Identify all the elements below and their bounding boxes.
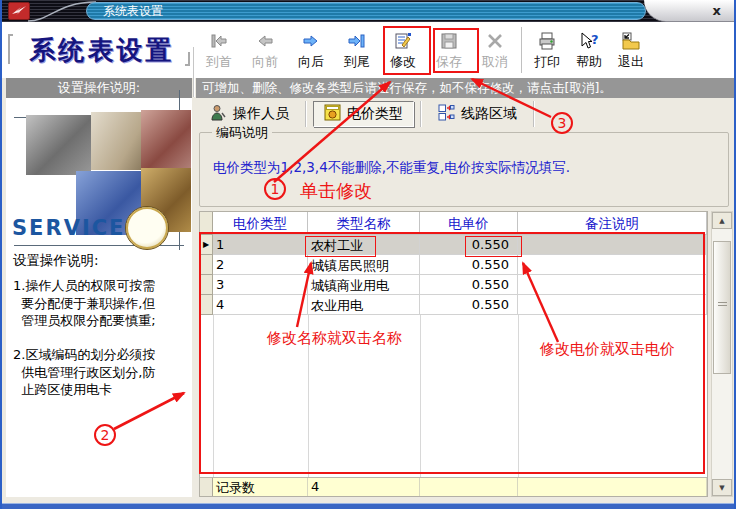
footer-record-label: 记录数 [213,478,308,496]
footer-empty-cell [420,478,518,496]
footer-empty-cell [518,478,707,496]
scroll-down-button[interactable]: ▼ [712,479,732,496]
cancel-label: 取消 [482,55,508,69]
print-button[interactable]: 打印 [526,23,568,77]
photo-watch [125,206,169,250]
footer-selector-cell [200,478,213,496]
title-decoration-left [8,34,13,64]
info-bar: 可增加、删除、修改各类型后请进行保存，如不保存修改，请点击[取消]。 [196,78,736,98]
first-icon [209,31,229,54]
line-area-icon [438,104,455,124]
last-icon [347,31,367,54]
prev-icon [255,31,275,54]
groupbox-text: 电价类型为1,2,3,4不能删除,不能重复,电价按实际情况填写. [213,159,570,177]
title-decoration-right [185,52,190,66]
last-button[interactable]: 到尾 [334,23,380,77]
svg-text:?: ? [591,32,599,47]
first-button[interactable]: 到首 [196,23,242,77]
titlebar-pill: 系统表设置 [86,2,646,20]
exit-icon [621,31,641,54]
scroll-up-button[interactable]: ▲ [712,212,732,229]
sidebar-notes-title: 设置操作说明: [13,252,99,270]
step-2-badge: 2 [94,424,116,446]
tab-separator [533,101,535,127]
sidebar-photo-collage: SERVICE [6,98,192,250]
help-icon: ? [579,31,599,54]
print-label: 打印 [534,55,560,69]
highlight-box-price-cell [465,236,522,257]
window-bottom-border [2,503,734,509]
app-logo-icon [8,2,30,20]
first-label: 到首 [206,55,232,69]
exit-button[interactable]: 退出 [610,23,652,77]
last-label: 到尾 [344,55,370,69]
table-scrollbar[interactable]: ▲ ▼ [711,211,733,497]
groupbox-legend: 编码说明 [212,124,272,142]
tab-operators-label: 操作人员 [233,105,289,123]
app-window: 系统表设置 x 系统表设置 到首 向前 向后 到尾 修改 [0,0,736,509]
tab-price-type[interactable]: 电价类型 [313,101,414,127]
highlight-box-name-cell [305,236,376,257]
tab-separator [420,101,422,127]
table-footer-row: 记录数 4 [200,477,707,496]
operator-icon [210,104,227,124]
next-label: 向后 [298,55,324,69]
step-3-badge: 3 [551,112,573,134]
photo-tools [26,115,91,175]
service-label: SERVICE [12,216,125,240]
titlebar: 系统表设置 x [2,0,734,22]
prev-label: 向前 [252,55,278,69]
help-label: 帮助 [576,55,602,69]
tab-line-area[interactable]: 线路区域 [428,101,527,127]
scroll-thumb-grip [718,302,727,308]
highlight-box-save [433,28,479,73]
tab-line-area-label: 线路区域 [461,105,517,123]
next-button[interactable]: 向后 [288,23,334,77]
price-type-icon [324,104,341,124]
print-icon [537,31,557,54]
header-separator [193,47,195,97]
photo-pliers [141,110,191,168]
exit-label: 退出 [618,55,644,69]
page-title: 系统表设置 [14,30,190,70]
sidebar-header: 设置操作说明: [6,78,192,98]
highlight-box-modify [383,26,431,75]
tab-price-type-label: 电价类型 [347,105,403,123]
sidebar-note-1: 1.操作人员的权限可按需 要分配便于兼职操作,但 管理员权限分配要慎重; [13,277,189,330]
footer-record-count: 4 [308,478,420,496]
next-icon [301,31,321,54]
help-button[interactable]: ? 帮助 [568,23,610,77]
cancel-icon [485,31,505,54]
sidebar-note-2: 2.区域编码的划分必须按 供电管理行政区划分,防 止跨区使用电卡 [13,346,189,399]
close-button[interactable]: x [713,3,721,19]
step-1-badge: 1 [264,178,286,200]
toolbar-separator [521,27,523,73]
photo-pen [91,112,141,170]
tab-separator [305,101,307,127]
dblclick-name-note: 修改名称就双击名称 [267,329,402,348]
window-title: 系统表设置 [103,4,163,18]
scroll-thumb[interactable] [713,241,731,374]
prev-button[interactable]: 向前 [242,23,288,77]
dblclick-price-note: 修改电价就双击电价 [540,340,675,359]
step-1-note: 单击修改 [300,179,372,203]
